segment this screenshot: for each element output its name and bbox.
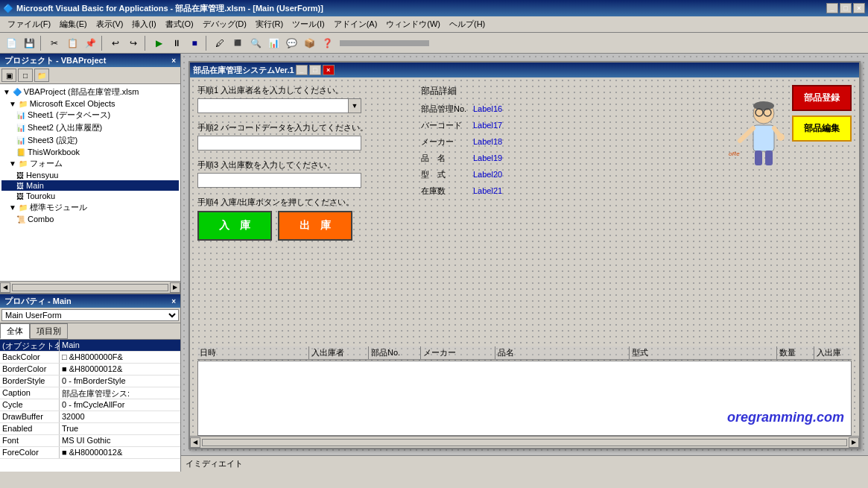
props-row-drawbuffer[interactable]: DrawBuffer 32000 xyxy=(0,411,180,423)
maximize-button[interactable]: □ xyxy=(840,3,852,13)
properties-object-selector[interactable]: Main UserForm xyxy=(0,308,180,323)
menu-addin[interactable]: アドイン(A) xyxy=(329,17,382,31)
props-name-font: Font xyxy=(0,435,60,446)
toolbar-stop[interactable]: ■ xyxy=(186,35,203,51)
tree-item-thisworkbook[interactable]: 📒 ThisWorkbook xyxy=(1,147,179,157)
th-partname: 品名 xyxy=(495,346,630,359)
uf-hscroll-track[interactable] xyxy=(202,439,847,446)
toolbar-sep-3 xyxy=(145,36,148,51)
toolbar-redo[interactable]: ↪ xyxy=(125,35,142,51)
project-btn-2[interactable]: □ xyxy=(18,69,33,82)
props-row-objectname[interactable]: (オブジェクト名) Main xyxy=(0,340,180,352)
props-row-bordercolor[interactable]: BorderColor ■ &H80000012& xyxy=(0,364,180,375)
toolbar-immediate[interactable]: 💬 xyxy=(283,35,300,51)
info-row-partno: 部品管理No. Label16 xyxy=(421,102,674,115)
props-row-borderstyle[interactable]: BorderStyle 0 - fmBorderStyle xyxy=(0,375,180,387)
menu-insert[interactable]: 挿入(I) xyxy=(127,17,160,31)
props-name-bordercolor: BorderColor xyxy=(0,364,60,375)
step2-input[interactable] xyxy=(197,136,361,150)
close-window-button[interactable]: × xyxy=(853,3,865,13)
minimize-button[interactable]: _ xyxy=(826,3,838,13)
tree-item-forms[interactable]: ▼ 📁 フォーム xyxy=(1,157,179,170)
props-value-drawbuffer: 32000 xyxy=(60,411,180,422)
uf-hscroll-left[interactable]: ◀ xyxy=(190,437,200,448)
menu-file[interactable]: ファイル(F) xyxy=(3,17,55,31)
hscroll-left[interactable]: ◀ xyxy=(0,282,10,293)
tree-item-excel-objects[interactable]: ▼ 📁 Microsoft Excel Objects xyxy=(1,98,179,109)
toolbar-new[interactable]: 📄 xyxy=(3,35,19,51)
toolbar-copy[interactable]: 📋 xyxy=(64,35,80,51)
btn-out[interactable]: 出 庫 xyxy=(278,211,352,241)
tree-item-sheet1[interactable]: 📊 Sheet1 (データベース) xyxy=(1,109,179,121)
project-btn-1[interactable]: ▣ xyxy=(1,69,16,82)
toolbar-object[interactable]: 📦 xyxy=(301,35,317,51)
tree-item-sheet2[interactable]: 📊 Sheet2 (入出庫履歴) xyxy=(1,121,179,134)
step1-dropdown-button[interactable]: ▼ xyxy=(348,98,361,113)
menu-format[interactable]: 書式(O) xyxy=(161,17,198,31)
right-content: 部品在庫管理システムVer.1 _ □ × 手順1 入出庫者名を入力してください… xyxy=(181,54,868,472)
props-row-caption[interactable]: Caption 部品在庫管理シス: xyxy=(0,387,180,399)
props-tab-all[interactable]: 全体 xyxy=(0,323,30,339)
toolbar-pause[interactable]: ⏸ xyxy=(168,35,185,51)
project-close-button[interactable]: × xyxy=(171,57,176,65)
toolbar-design[interactable]: 🖊 xyxy=(212,35,228,51)
userform-hscroll[interactable]: ◀ ▶ xyxy=(190,436,859,448)
menu-edit[interactable]: 編集(E) xyxy=(55,17,92,31)
props-row-font[interactable]: Font MS UI Gothic xyxy=(0,435,180,447)
menu-run[interactable]: 実行(R) xyxy=(251,17,288,31)
tree-item-touroku[interactable]: 🖼 Touroku xyxy=(1,191,179,201)
info-value-partno: Label16 xyxy=(473,104,502,113)
toolbar-watch[interactable]: 🔍 xyxy=(247,35,264,51)
props-row-backcolor[interactable]: BackColor □ &H8000000F& xyxy=(0,352,180,364)
tree-icon-thisworkbook: 📒 xyxy=(16,148,25,156)
menu-help[interactable]: ヘルプ(H) xyxy=(445,17,490,31)
step3-input[interactable] xyxy=(197,173,361,188)
project-btn-3[interactable]: 📁 xyxy=(34,69,49,82)
menu-debug[interactable]: デバッグ(D) xyxy=(198,17,251,31)
userform-minimize-button[interactable]: _ xyxy=(296,65,308,75)
props-row-forecolor[interactable]: ForeColor ■ &H80000012& xyxy=(0,447,180,459)
menu-tools[interactable]: ツール(I) xyxy=(288,17,329,31)
props-row-cycle[interactable]: Cycle 0 - fmCycleAllFor xyxy=(0,399,180,411)
th-qty: 数量 xyxy=(777,346,814,359)
toolbar-sep-2 xyxy=(101,36,104,51)
toolbar-locals[interactable]: 📊 xyxy=(265,35,282,51)
toolbar-undo[interactable]: ↩ xyxy=(107,35,124,51)
uf-hscroll-right[interactable]: ▶ xyxy=(849,437,859,448)
props-name-borderstyle: BorderStyle xyxy=(0,375,60,387)
tree-item-hensyuu[interactable]: 🖼 Hensyuu xyxy=(1,170,179,180)
tree-item-combo[interactable]: 📜 Combo xyxy=(1,214,179,224)
toolbar-paste[interactable]: 📌 xyxy=(82,35,98,51)
userform-maximize-button[interactable]: □ xyxy=(309,65,321,75)
project-hscroll[interactable]: ◀ ▶ xyxy=(0,281,180,293)
tree-item-sheet3[interactable]: 📊 Sheet3 (設定) xyxy=(1,134,179,147)
btn-in[interactable]: 入 庫 xyxy=(197,211,272,241)
hscroll-right[interactable]: ▶ xyxy=(170,282,180,293)
toolbar-cut[interactable]: ✂ xyxy=(46,35,63,51)
menu-view[interactable]: 表示(V) xyxy=(92,17,128,31)
tree-item-main[interactable]: 🖼 Main xyxy=(1,180,179,191)
properties-title: プロパティ - Main × xyxy=(0,294,180,308)
properties-object-select-input[interactable]: Main UserForm xyxy=(1,309,179,321)
toolbar-question[interactable]: ❓ xyxy=(319,35,335,51)
th-partno: 部品No. xyxy=(369,346,421,359)
step1-input[interactable] xyxy=(197,98,348,113)
toolbar-break[interactable]: ⬛ xyxy=(229,35,246,51)
toolbar-save[interactable]: 💾 xyxy=(21,35,37,51)
tree-item-root[interactable]: ▼ 🔷 VBAProject (部品在庫管理.xlsm xyxy=(1,86,179,98)
props-row-enabled[interactable]: Enabled True xyxy=(0,423,180,435)
properties-title-text: プロパティ - Main xyxy=(4,296,72,307)
toolbar-run[interactable]: ▶ xyxy=(151,35,167,51)
hscroll-track[interactable] xyxy=(12,284,168,291)
btn-edit[interactable]: 部品編集 xyxy=(792,115,852,142)
table-header-row: 日時 入出庫者 部品No. メーカー 品名 型式 数量 入出庫 xyxy=(197,346,852,360)
info-label-type: 型 式 xyxy=(421,169,473,180)
info-row-maker: メーカー Label18 xyxy=(421,135,674,148)
userform-close-button[interactable]: × xyxy=(323,65,335,75)
tree-item-modules[interactable]: ▼ 📁 標準モジュール xyxy=(1,201,179,214)
props-tab-category[interactable]: 項目別 xyxy=(30,323,68,339)
step1-combo: ▼ xyxy=(197,98,361,113)
btn-register[interactable]: 部品登録 xyxy=(792,85,852,111)
menu-window[interactable]: ウィンドウ(W) xyxy=(381,17,445,31)
properties-close-button[interactable]: × xyxy=(171,297,176,305)
